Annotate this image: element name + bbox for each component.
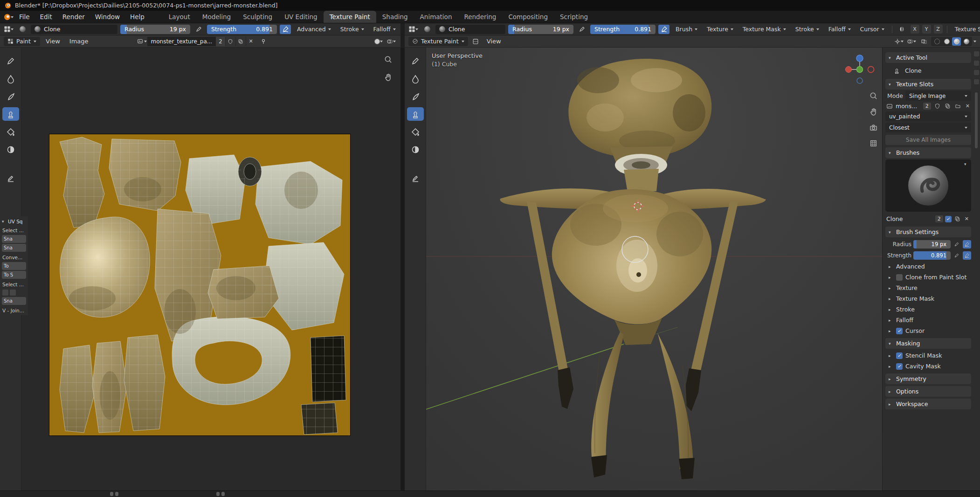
subpanel-cavity-mask[interactable]: ▸ ✓ Cavity Mask xyxy=(885,361,971,372)
strength-slider[interactable]: Strength 0.891 xyxy=(207,25,277,34)
cavity-mask-checkbox[interactable]: ✓ xyxy=(896,363,903,370)
animate-property-icon[interactable] xyxy=(952,251,961,260)
smear-tool-icon[interactable] xyxy=(407,90,424,103)
image-browse-icon[interactable] xyxy=(885,102,893,110)
menu-edit[interactable]: Edit xyxy=(35,12,57,22)
tab-layout[interactable]: Layout xyxy=(163,11,196,23)
menu-image[interactable]: Image xyxy=(66,36,92,46)
panel-brush-settings[interactable]: ▾ Brush Settings xyxy=(885,227,971,237)
brush-user-count[interactable]: 2 xyxy=(935,215,943,222)
save-all-images-button[interactable]: Save All Images xyxy=(885,135,971,145)
zoom-icon[interactable] xyxy=(383,54,393,64)
brush-name-field[interactable]: Clone xyxy=(886,215,933,222)
radius-slider[interactable]: 19 px xyxy=(913,240,951,248)
pressure-sensitivity-icon[interactable] xyxy=(963,251,971,260)
duplicate-icon[interactable] xyxy=(944,102,952,110)
navigation-gizmo[interactable] xyxy=(843,53,876,86)
slot-image-name[interactable]: mons... xyxy=(896,103,921,110)
subpanel-falloff[interactable]: ▸ Falloff xyxy=(885,315,971,325)
draw-tool-icon[interactable] xyxy=(407,54,424,68)
panel-options[interactable]: ▸ Options xyxy=(885,386,971,397)
display-channels-icon[interactable] xyxy=(373,37,384,46)
mirror-z-toggle[interactable]: Z xyxy=(934,25,943,34)
cursor-checkbox[interactable]: ✓ xyxy=(896,328,903,334)
tab-animation[interactable]: Animation xyxy=(414,11,458,23)
editor-divider[interactable] xyxy=(400,48,405,490)
panel-workspace[interactable]: ▸ Workspace xyxy=(885,399,971,409)
fill-tool-icon[interactable] xyxy=(407,125,424,138)
subpanel-clone-from-paint-slot[interactable]: ▸ Clone from Paint Slot xyxy=(885,272,971,283)
subpanel-cursor[interactable]: ▸ ✓ Cursor xyxy=(885,325,971,336)
brush-datablock-field[interactable]: Clone xyxy=(31,25,117,34)
uv-to-button[interactable]: To xyxy=(2,262,26,270)
menu-view[interactable]: View xyxy=(42,36,64,46)
menu-view[interactable]: View xyxy=(483,36,505,46)
duplicate-icon[interactable] xyxy=(953,215,961,223)
strength-pressure-icon[interactable] xyxy=(280,25,291,34)
duplicate-icon[interactable] xyxy=(235,37,246,46)
uv-snap-button[interactable]: Sna xyxy=(2,297,26,305)
mask-tool-icon[interactable] xyxy=(407,143,424,156)
tool-selector-icon[interactable] xyxy=(407,25,419,34)
mask-tool-icon[interactable] xyxy=(2,143,19,156)
tab-uv-editing[interactable]: UV Editing xyxy=(278,11,323,23)
clone-tool-icon[interactable] xyxy=(407,107,424,121)
tab-shading[interactable]: Shading xyxy=(376,11,414,23)
image-browse-icon[interactable] xyxy=(137,37,147,46)
popover-advanced[interactable]: Advanced xyxy=(294,25,334,34)
fake-user-shield-icon[interactable] xyxy=(225,37,235,46)
uv-image-editor[interactable]: ▾ UV Sq Select ... Sna Sna Conve... To T… xyxy=(0,48,400,490)
viewport-canvas[interactable] xyxy=(405,48,882,490)
subpanel-stroke[interactable]: ▸ Stroke xyxy=(885,304,971,315)
uv-panel-icon-buttons[interactable] xyxy=(2,290,26,296)
unlink-icon[interactable]: ✕ xyxy=(246,37,256,46)
radius-pressure-icon[interactable] xyxy=(193,25,204,34)
tab-modeling[interactable]: Modeling xyxy=(196,11,237,23)
panel-texture-slots[interactable]: ▾ Texture Slots xyxy=(885,79,971,90)
sidebar-tab-icon[interactable] xyxy=(974,61,979,66)
clone-tool-icon[interactable] xyxy=(2,107,19,121)
fill-tool-icon[interactable] xyxy=(2,125,19,138)
pin-icon[interactable] xyxy=(258,37,269,46)
image-editor-mode-dropdown[interactable]: Paint xyxy=(4,37,40,46)
uv-snap-button[interactable]: Sna xyxy=(2,235,26,243)
clone-from-paint-slot-checkbox[interactable] xyxy=(896,274,903,281)
active-tool-row[interactable]: Clone xyxy=(885,64,971,77)
stencil-mask-checkbox[interactable]: ✓ xyxy=(896,352,903,359)
camera-view-icon[interactable] xyxy=(868,122,878,132)
fake-user-shield-icon[interactable] xyxy=(933,102,941,110)
paint-slot-dropdown[interactable]: uv_painted xyxy=(885,111,971,121)
annotate-tool-icon[interactable] xyxy=(407,171,424,185)
strength-pressure-icon[interactable] xyxy=(658,25,669,34)
subpanel-stencil-mask[interactable]: ▸ ✓ Stencil Mask xyxy=(885,350,971,361)
radius-slider[interactable]: Radius 19 px xyxy=(120,25,190,34)
panel-symmetry[interactable]: ▸ Symmetry xyxy=(885,373,971,384)
uv-texture-image[interactable] xyxy=(49,134,350,435)
tab-rendering[interactable]: Rendering xyxy=(458,11,502,23)
pan-hand-icon[interactable] xyxy=(383,72,393,82)
pan-hand-icon[interactable] xyxy=(868,106,878,117)
menu-file[interactable]: File xyxy=(14,12,35,22)
panel-masking[interactable]: ▾ Masking xyxy=(885,338,971,349)
unlink-icon[interactable]: ✕ xyxy=(963,216,970,222)
mirror-y-toggle[interactable]: Y xyxy=(922,25,931,34)
image-name[interactable]: monster_texture_pa... xyxy=(147,37,216,46)
subpanel-advanced[interactable]: ▸ Advanced xyxy=(885,261,971,272)
shading-solid-icon[interactable] xyxy=(942,37,951,46)
subpanel-texture[interactable]: ▸ Texture xyxy=(885,283,971,293)
tab-sculpting[interactable]: Sculpting xyxy=(237,11,278,23)
panel-brushes[interactable]: ▾ Brushes xyxy=(885,147,971,158)
brush-preview-icon[interactable] xyxy=(17,25,28,34)
brush-preview-dropdown[interactable]: ▾ xyxy=(964,162,969,166)
unlink-icon[interactable]: ✕ xyxy=(964,103,971,109)
menu-window[interactable]: Window xyxy=(90,12,125,22)
overlays-icon[interactable] xyxy=(906,37,917,46)
uv-to-square-button[interactable]: To S xyxy=(2,271,26,279)
tab-compositing[interactable]: Compositing xyxy=(502,11,554,23)
fake-user-toggle[interactable]: ✓ xyxy=(945,216,952,222)
paint-mask-icon[interactable] xyxy=(470,37,481,46)
app-menu-button[interactable] xyxy=(3,12,14,21)
sidebar-tab-icon[interactable] xyxy=(974,70,979,75)
unpack-folder-icon[interactable] xyxy=(954,102,962,110)
shading-wireframe-icon[interactable] xyxy=(932,37,941,46)
